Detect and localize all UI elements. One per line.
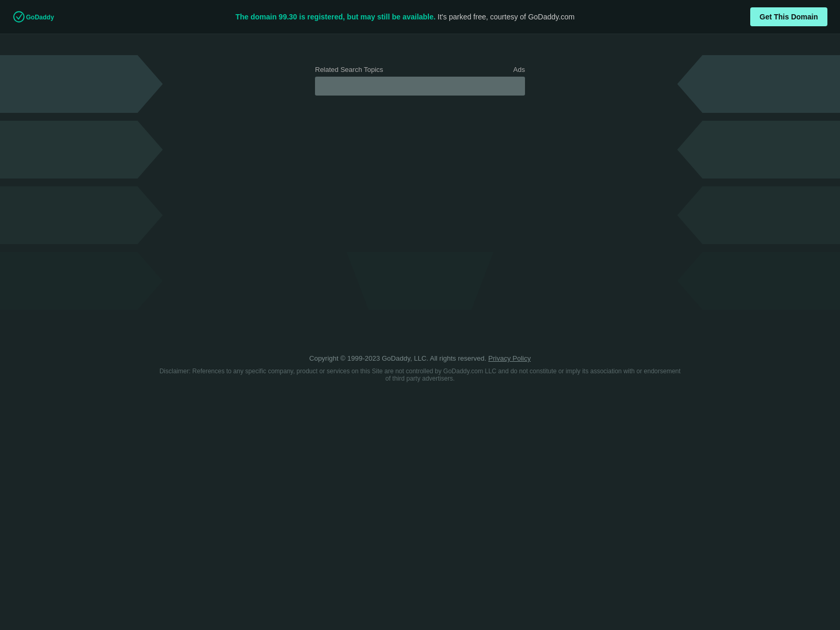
bg-shape-right-3 [677,186,840,244]
bg-shape-left-3 [0,186,163,244]
svg-point-0 [14,12,24,22]
bg-shape-right-4 [677,252,840,310]
message-bold: The domain 99.30 is registered, but may … [235,13,435,21]
godaddy-logo: GoDaddy [13,7,60,27]
bg-shape-left-2 [0,121,163,178]
svg-text:GoDaddy: GoDaddy [26,14,55,21]
logo-container: GoDaddy [13,7,60,27]
privacy-policy-link[interactable]: Privacy Policy [488,354,531,362]
search-label-right: Ads [513,66,525,74]
bg-shape-center-bottom [346,252,494,310]
bg-shape-left-1 [0,55,163,113]
copyright-text: Copyright © 1999-2023 GoDaddy, LLC. All … [21,354,819,362]
main-content: Related Search Topics Ads [0,34,840,344]
search-label-left: Related Search Topics [315,66,383,74]
bg-shape-right-2 [677,121,840,178]
search-panel: Related Search Topics Ads [315,66,525,96]
bg-shape-left-4 [0,252,163,310]
bg-shape-right-1 [677,55,840,113]
disclaimer-text: Disclaimer: References to any specific c… [158,368,682,382]
message-normal: It's parked free, courtesy of GoDaddy.co… [438,13,575,21]
copyright-main: Copyright © 1999-2023 GoDaddy, LLC. All … [309,354,486,362]
search-box[interactable] [315,77,525,96]
search-label-row: Related Search Topics Ads [315,66,525,74]
get-domain-button[interactable]: Get This Domain [750,7,827,26]
site-header: GoDaddy The domain 99.30 is registered, … [0,0,840,34]
site-footer: Copyright © 1999-2023 GoDaddy, LLC. All … [0,344,840,403]
header-message: The domain 99.30 is registered, but may … [60,13,750,21]
